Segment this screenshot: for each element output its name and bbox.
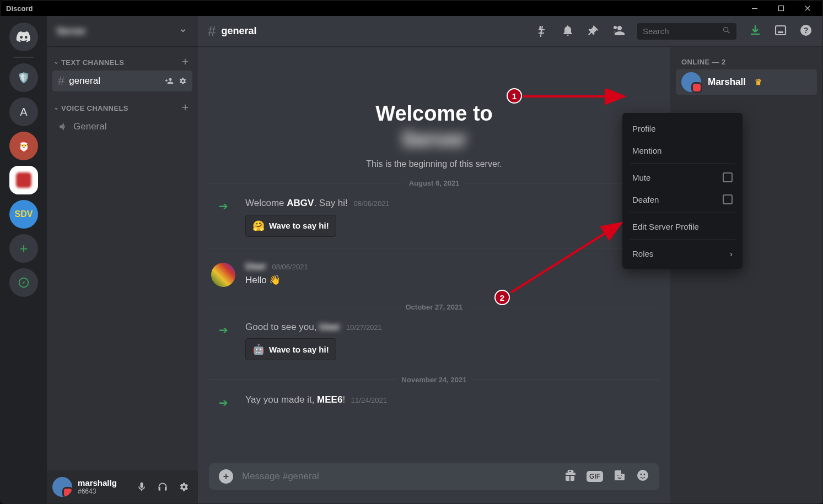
message-composer[interactable]: + Message #general GIF [209,463,659,490]
svg-point-8 [637,470,648,481]
add-channel-button[interactable] [180,102,190,114]
help-icon: ? [799,24,813,37]
ctx-edit-server-profile[interactable]: Edit Server Profile [627,215,738,237]
ctx-separator [630,213,735,213]
svg-point-10 [644,473,646,475]
chevron-right-icon: › [730,249,733,258]
server-name: Server [57,26,86,37]
ctx-separator [630,240,735,240]
crown-icon: ♛ [755,77,762,87]
user-settings-button[interactable] [175,478,192,496]
gift-icon [563,469,577,482]
arrow-right-icon: ➔ [219,396,228,409]
wave-emoji-icon: 🤗 [252,220,265,232]
header-tools: Search ? [536,23,813,40]
sticker-icon [613,469,626,482]
search-placeholder: Search [643,26,669,36]
pin-icon [587,24,600,37]
annotation-callout-2: 2 [494,290,510,305]
add-channel-button[interactable] [180,57,190,68]
explore-button[interactable] [9,268,38,297]
gear-icon [178,481,189,492]
voice-channels-category[interactable]: VOICE CHANNELS [47,93,198,115]
svg-point-9 [641,473,642,475]
svg-text:?: ? [804,26,809,35]
members-header: ONLINE — 2 [676,55,817,69]
message-avatar[interactable] [211,263,235,287]
ctx-profile[interactable]: Profile [627,117,738,139]
message-author[interactable]: User [245,259,266,274]
close-button[interactable] [796,1,819,16]
updates-button[interactable] [774,24,787,39]
annotation-arrow-2 [509,221,630,304]
voice-channel-general[interactable]: General [52,116,192,137]
ctx-deafen[interactable]: Deafen [627,188,738,210]
download-icon [749,24,762,37]
help-button[interactable]: ? [799,24,813,39]
mute-mic-button[interactable] [133,478,150,496]
date-divider: October 27, 2021 [209,303,659,311]
gif-button[interactable]: GIF [587,471,603,482]
server-header[interactable]: Server [47,16,198,47]
headphones-icon [157,481,168,492]
channel-general[interactable]: # general [52,71,192,91]
hash-icon: # [208,23,216,40]
plus-icon [180,57,190,67]
window-controls [743,1,819,16]
plus-icon: + [223,471,229,483]
add-server-button[interactable]: + [9,234,38,263]
inbox-button[interactable] [749,24,762,39]
chat-header: # general Search ? [198,16,822,47]
server-item-selected[interactable] [9,166,38,194]
maximize-button[interactable] [770,1,793,16]
server-item-shield[interactable]: 🛡️ [9,63,38,92]
bell-icon [561,24,574,37]
timestamp: 08/06/2021 [272,263,308,271]
threads-button[interactable] [536,24,549,39]
server-separator [14,57,34,58]
search-icon [722,26,731,36]
minimize-button[interactable] [743,1,766,16]
server-item-sdv[interactable]: SDV [9,200,38,229]
gift-button[interactable] [563,469,577,485]
inbox-icon [774,24,787,37]
sticker-button[interactable] [613,469,626,485]
wave-button[interactable]: 🤗Wave to say hi! [245,215,336,237]
ctx-mute[interactable]: Mute [627,166,738,188]
ctx-mention[interactable]: Mention [627,139,738,161]
attach-button[interactable]: + [219,469,233,484]
threads-icon [536,24,549,37]
add-member-icon[interactable] [165,77,174,85]
pinned-button[interactable] [587,24,600,39]
channel-title: general [221,25,256,37]
server-item-santa[interactable]: 🎅 [9,132,38,160]
date-divider: August 6, 2021 [209,179,659,187]
chevron-down-icon [178,25,188,37]
deafen-button[interactable] [154,478,171,496]
search-input[interactable]: Search [637,23,736,40]
notifications-button[interactable] [561,24,574,39]
ctx-roles[interactable]: Roles› [627,242,738,264]
home-button[interactable] [9,23,38,51]
text-channels-category[interactable]: TEXT CHANNELS [47,47,198,69]
server-item-letter[interactable]: A [9,97,38,126]
checkbox-icon [723,172,733,182]
welcome-subtitle: This is the beginning of this server. [209,159,659,169]
member-marshall[interactable]: Marshall ♛ [676,69,817,95]
system-message-welcome-3: ➔ Yay you made it, MEE6! 11/24/2021 [209,387,659,415]
app-window: Discord 🛡️ A 🎅 SDV + [0,0,823,504]
user-avatar[interactable] [52,477,72,497]
channel-name: General [73,121,106,132]
annotation-arrow-1 [522,89,632,111]
emoji-button[interactable] [636,469,649,485]
gear-icon[interactable] [178,77,187,85]
microphone-icon [136,481,147,492]
chevron-down-icon [53,106,59,111]
members-icon [612,24,625,37]
member-avatar [681,72,701,92]
user-tag: #6643 [78,488,117,496]
wave-button[interactable]: 🤖Wave to say hi! [245,338,336,360]
svg-rect-5 [778,31,783,33]
member-list-button[interactable] [612,24,625,39]
plus-icon: + [19,240,28,257]
